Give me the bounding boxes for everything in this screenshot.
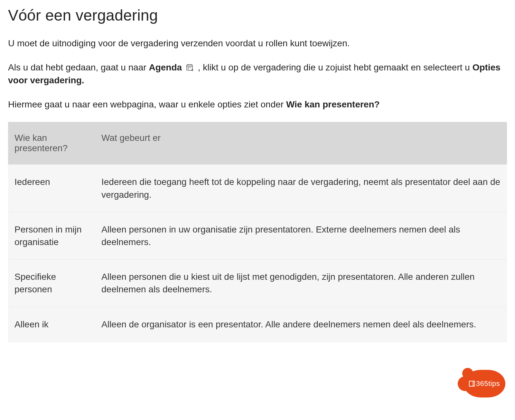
p2-text-mid: , klikt u op de vergadering die u zojuis… bbox=[195, 62, 473, 72]
cell-who: Personen in mijn organisatie bbox=[8, 212, 95, 259]
cell-who: Alleen ik bbox=[8, 307, 95, 342]
cell-who: Iedereen bbox=[8, 165, 95, 212]
calendar-add-icon bbox=[186, 63, 194, 71]
svg-rect-5 bbox=[190, 67, 191, 68]
page-title: Vóór een vergadering bbox=[8, 6, 507, 24]
p2-text-pre: Als u dat hebt gedaan, gaat u naar bbox=[8, 62, 149, 72]
table-row: Specifieke personen Alleen personen die … bbox=[8, 260, 507, 307]
intro-paragraph-3: Hiermee gaat u naar een webpagina, waar … bbox=[8, 98, 507, 111]
intro-paragraph-1: U moet de uitnodiging voor de vergaderin… bbox=[8, 37, 507, 50]
intro-paragraph-2: Als u dat hebt gedaan, gaat u naar Agend… bbox=[8, 61, 507, 87]
table-row: Iedereen Iedereen die toegang heeft tot … bbox=[8, 165, 507, 212]
cell-what: Alleen personen die u kiest uit de lijst… bbox=[95, 260, 507, 307]
presenter-options-table: Wie kan presenteren? Wat gebeurt er Iede… bbox=[8, 122, 507, 342]
cell-what: Iedereen die toegang heeft tot de koppel… bbox=[95, 165, 507, 212]
table-row: Personen in mijn organisatie Alleen pers… bbox=[8, 212, 507, 259]
svg-rect-0 bbox=[187, 65, 192, 70]
svg-rect-6 bbox=[188, 69, 189, 69]
table-header-who: Wie kan presenteren? bbox=[8, 122, 95, 165]
cell-who: Specifieke personen bbox=[8, 260, 95, 307]
cell-what: Alleen de organisator is een presentator… bbox=[95, 307, 507, 342]
p2-bold-agenda: Agenda bbox=[149, 62, 182, 72]
svg-rect-4 bbox=[188, 67, 189, 68]
p3-text-pre: Hiermee gaat u naar een webpagina, waar … bbox=[8, 99, 286, 109]
p3-bold-wiekan: Wie kan presenteren? bbox=[286, 99, 380, 109]
table-row: Alleen ik Alleen de organisator is een p… bbox=[8, 307, 507, 342]
table-header-what: Wat gebeurt er bbox=[95, 122, 507, 165]
cell-what: Alleen personen in uw organisatie zijn p… bbox=[95, 212, 507, 259]
